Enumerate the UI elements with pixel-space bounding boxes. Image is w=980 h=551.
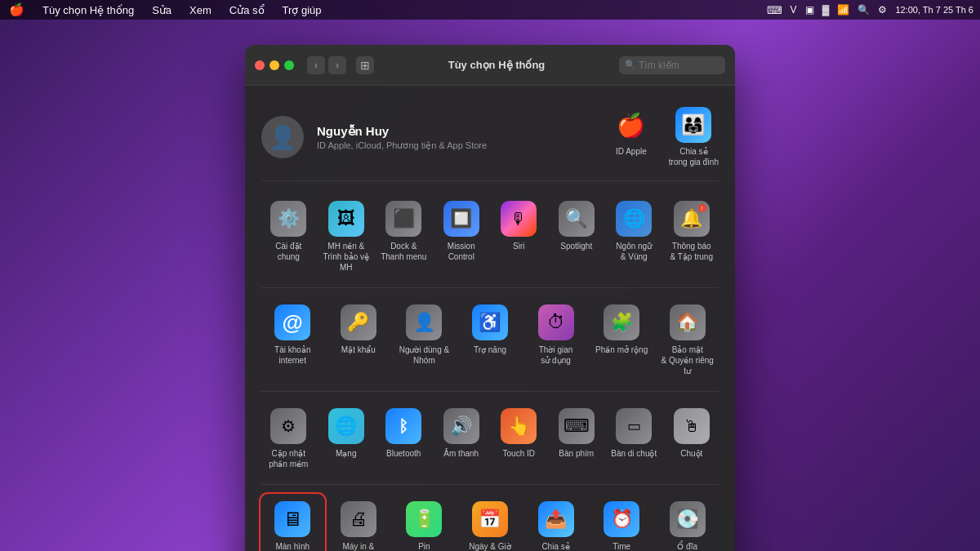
menu-edit[interactable]: Sửa bbox=[149, 4, 174, 16]
icon-network: 🌐 bbox=[328, 408, 364, 444]
label-touchid: Touch ID bbox=[503, 448, 535, 459]
icon-general: ⚙️ bbox=[270, 201, 306, 237]
label-wallpaper: MH nền &Trình bảo vệ MH bbox=[323, 241, 371, 273]
label-screentime: Thời giansử dụng bbox=[539, 344, 573, 366]
title-bar: ‹ › ⊞ Tùy chọn Hệ thống 🔍 bbox=[245, 45, 735, 86]
item-spotlight[interactable]: 🔍 Spotlight bbox=[550, 194, 604, 278]
label-trackpad: Bàn di chuột bbox=[611, 448, 657, 459]
item-accessibility[interactable]: ♿ Trợ năng bbox=[459, 298, 522, 381]
item-startup[interactable]: 💽 Ổ đĩaKhởi động bbox=[656, 495, 719, 551]
icon-password: 🔑 bbox=[341, 304, 376, 340]
item-users[interactable]: 👤 Người dùng &Nhóm bbox=[393, 298, 456, 381]
minimize-button[interactable] bbox=[270, 60, 279, 70]
label-internet: Tài khoảninternet bbox=[274, 344, 310, 366]
item-trackpad[interactable]: ▭ Bàn di chuột bbox=[607, 402, 662, 474]
item-dock[interactable]: ⬛ Dock &Thanh menu bbox=[376, 194, 431, 278]
item-siri[interactable]: 🎙 Siri bbox=[492, 194, 546, 278]
label-startup: Ổ đĩaKhởi động bbox=[669, 541, 706, 551]
item-datetime[interactable]: 📅 Ngày & Giờ bbox=[459, 495, 522, 551]
family-sharing-button[interactable]: 👨‍👩‍👧 Chia sẻtrong gia đình bbox=[669, 107, 719, 167]
label-display: Màn hình bbox=[275, 541, 310, 551]
icon-mission: 🔲 bbox=[443, 201, 479, 237]
item-general[interactable]: ⚙️ Cài đặt chung bbox=[261, 194, 316, 278]
menu-bar-icon-keyboard: ⌨ bbox=[767, 4, 782, 16]
item-keyboard[interactable]: ⌨ Bàn phím bbox=[550, 402, 604, 474]
icon-dock: ⬛ bbox=[385, 201, 421, 237]
menu-bar-icon-wifi: 📶 bbox=[837, 4, 849, 16]
apple-menu[interactable]: 🍎 bbox=[7, 2, 27, 17]
menu-view[interactable]: Xem bbox=[187, 4, 214, 16]
close-button[interactable] bbox=[255, 60, 265, 70]
item-notify[interactable]: 🔔 ! Thông báo& Tập trung bbox=[665, 194, 719, 278]
user-avatar: 👤 bbox=[261, 116, 304, 158]
icon-siri: 🎙 bbox=[501, 201, 537, 237]
label-extensions: Phần mở rộng bbox=[595, 344, 648, 355]
item-mouse[interactable]: 🖱 Chuột bbox=[665, 402, 719, 474]
profile-actions: 🍎 ID Apple 👨‍👩‍👧 Chia sẻtrong gia đình bbox=[607, 107, 719, 167]
item-network[interactable]: 🌐 Mạng bbox=[319, 402, 374, 474]
label-sharing: Chia sẻ bbox=[541, 541, 569, 551]
menu-system-prefs[interactable]: Tùy chọn Hệ thống bbox=[40, 4, 136, 16]
grid-row-2: @ Tài khoảninternet 🔑 Mật khẩu 👤 Người d… bbox=[261, 298, 719, 392]
label-mission: MissionControl bbox=[448, 241, 475, 262]
label-mouse: Chuột bbox=[680, 448, 702, 459]
grid-row-1: ⚙️ Cài đặt chung 🖼 MH nền &Trình bảo vệ … bbox=[261, 194, 719, 288]
forward-button[interactable]: › bbox=[328, 56, 346, 74]
icon-trackpad: ▭ bbox=[616, 408, 652, 444]
menu-bar-icon-ctrl[interactable]: ⚙ bbox=[878, 4, 887, 16]
menu-help[interactable]: Trợ giúp bbox=[280, 4, 324, 16]
item-display[interactable]: 🖥 Màn hình bbox=[261, 495, 324, 551]
label-update: Cập nhậtphần mềm bbox=[269, 448, 308, 469]
item-timemachine[interactable]: ⏰ TimeMachine bbox=[590, 495, 653, 551]
window-title: Tùy chọn Hệ thống bbox=[381, 59, 612, 71]
menu-bar-right: ⌨ V ▣ ▓ 📶 🔍 ⚙ 12:00, Th 7 25 Th 6 bbox=[767, 4, 973, 16]
icon-notify: 🔔 ! bbox=[674, 201, 710, 237]
nav-buttons: ‹ › bbox=[307, 56, 346, 74]
label-notify: Thông báo& Tập trung bbox=[670, 241, 713, 262]
item-extensions[interactable]: 🧩 Phần mở rộng bbox=[590, 298, 653, 381]
search-wrapper: 🔍 bbox=[619, 56, 725, 74]
profile-subtitle: ID Apple, iCloud, Phương tiện & App Stor… bbox=[317, 140, 594, 151]
menu-window[interactable]: Cửa sổ bbox=[227, 4, 267, 16]
profile-name: Nguyễn Huy bbox=[317, 124, 594, 139]
menu-bar: 🍎 Tùy chọn Hệ thống Sửa Xem Cửa sổ Trợ g… bbox=[0, 0, 980, 20]
icon-battery: 🔋 bbox=[406, 501, 442, 537]
maximize-button[interactable] bbox=[284, 60, 294, 70]
icon-screentime: ⏱ bbox=[538, 304, 574, 340]
item-sound[interactable]: 🔊 Âm thanh bbox=[434, 402, 489, 474]
label-printer: Máy in &Máy quét bbox=[341, 541, 375, 551]
apple-id-button[interactable]: 🍎 ID Apple bbox=[607, 107, 656, 167]
label-language: Ngôn ngữ& Vùng bbox=[616, 241, 652, 262]
item-printer[interactable]: 🖨 Máy in &Máy quét bbox=[327, 495, 390, 551]
label-bluetooth: Bluetooth bbox=[386, 448, 421, 459]
item-language[interactable]: 🌐 Ngôn ngữ& Vùng bbox=[607, 194, 662, 278]
family-label: Chia sẻtrong gia đình bbox=[669, 146, 719, 167]
item-bluetooth[interactable]: ᛒ Bluetooth bbox=[376, 402, 431, 474]
item-touchid[interactable]: 👆 Touch ID bbox=[492, 402, 546, 474]
item-internet[interactable]: @ Tài khoảninternet bbox=[261, 298, 324, 381]
grid-view-button[interactable]: ⊞ bbox=[356, 56, 374, 74]
label-users: Người dùng &Nhóm bbox=[399, 344, 449, 366]
item-battery[interactable]: 🔋 Pin bbox=[393, 495, 456, 551]
menu-bar-icon-battery: ▓ bbox=[822, 4, 830, 16]
icon-language: 🌐 bbox=[616, 201, 652, 237]
item-sharing[interactable]: 📤 Chia sẻ bbox=[524, 495, 587, 551]
back-button[interactable]: ‹ bbox=[307, 56, 325, 74]
icon-wallpaper: 🖼 bbox=[328, 201, 364, 237]
label-security: Bảo mật& Quyền riêng tư bbox=[659, 344, 715, 376]
item-update[interactable]: ⚙ Cập nhậtphần mềm bbox=[261, 402, 316, 474]
icon-display: 🖥 bbox=[274, 501, 310, 537]
label-general: Cài đặt chung bbox=[265, 241, 313, 262]
item-mission[interactable]: 🔲 MissionControl bbox=[434, 194, 489, 278]
menu-bar-left: 🍎 Tùy chọn Hệ thống Sửa Xem Cửa sổ Trợ g… bbox=[7, 2, 324, 17]
menu-bar-icon-search[interactable]: 🔍 bbox=[858, 4, 870, 16]
item-security[interactable]: 🏠 Bảo mật& Quyền riêng tư bbox=[656, 298, 719, 381]
item-screentime[interactable]: ⏱ Thời giansử dụng bbox=[524, 298, 587, 381]
label-timemachine: TimeMachine bbox=[606, 541, 637, 551]
label-sound: Âm thanh bbox=[443, 448, 479, 459]
label-spotlight: Spotlight bbox=[560, 241, 592, 251]
item-password[interactable]: 🔑 Mật khẩu bbox=[327, 298, 390, 381]
icon-extensions: 🧩 bbox=[604, 304, 639, 340]
icon-accessibility: ♿ bbox=[472, 304, 508, 340]
item-wallpaper[interactable]: 🖼 MH nền &Trình bảo vệ MH bbox=[319, 194, 374, 278]
